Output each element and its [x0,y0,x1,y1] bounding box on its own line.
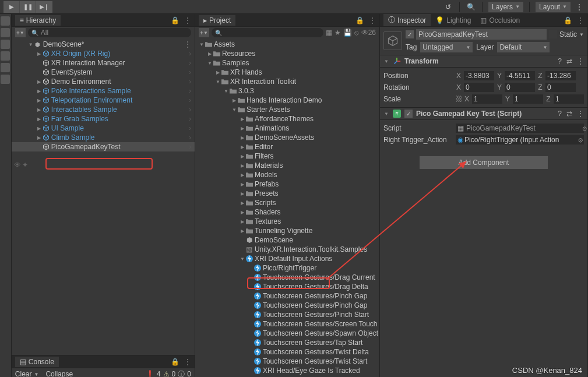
hierarchy-item[interactable]: ▶Demo Environment› [12,77,195,86]
fold-icon[interactable]: ▶ [36,107,42,112]
component-menu-icon[interactable]: ⋮ [577,57,584,65]
project-item[interactable]: ▼XRI Default Input Actions [195,254,379,263]
project-item[interactable]: ▶Animations [195,124,379,133]
static-dropdown[interactable]: ▼ [579,32,584,37]
project-item[interactable]: Touchscreen Gestures/Pinch Start [195,310,379,319]
visibility-toggle[interactable]: 👁✦ [14,161,28,169]
panel-menu-icon[interactable]: ⋮ [184,358,191,366]
fold-icon[interactable]: ▶ [240,182,245,187]
console-collapse[interactable]: Collapse [45,370,73,377]
warn-count[interactable]: ⚠0 [163,369,176,378]
project-item[interactable]: ▶Editor [195,142,379,151]
project-item[interactable]: ▶XR Hands [195,68,379,77]
project-item[interactable]: ▶Materials [195,161,379,170]
panel-menu-icon[interactable]: ⋮ [577,16,584,24]
panel-menu-icon[interactable]: ⋮ [369,16,376,24]
scene-menu-icon[interactable]: ⋮ [184,40,191,48]
fold-icon[interactable]: ▼ [199,42,205,47]
project-item[interactable]: Touchscreen Gestures/Twist Start [195,357,379,366]
rotation-z[interactable]: 0 [545,83,576,92]
fold-icon[interactable]: ▶ [240,219,245,224]
rotation-y[interactable]: 0 [505,83,535,92]
fold-icon[interactable]: ▶ [240,117,245,122]
hierarchy-item[interactable]: EventSystem› [12,68,195,77]
fold-icon[interactable]: ▶ [207,51,213,57]
tool-hand[interactable] [1,16,10,26]
scale-z[interactable]: 1 [554,94,584,104]
gameobject-name-field[interactable]: PicoGamepadKeyTest [416,29,547,40]
tool-move[interactable] [1,28,10,37]
scale-x[interactable]: 1 [472,94,502,104]
project-item[interactable]: XRI Head/Eye Gaze Is Tracked [195,366,379,375]
fold-icon[interactable]: ▶ [240,191,245,196]
project-item[interactable]: ▶Tunneling Vignette [195,226,379,235]
favorite-icon[interactable]: ★ [335,29,341,37]
hierarchy-item[interactable]: ▼⬢DemoScene*⋮ [12,40,195,49]
project-item[interactable]: ▶Textures [195,217,379,226]
fold-icon[interactable]: ▶ [36,126,42,131]
help-icon[interactable]: ? [558,110,562,118]
layout-dropdown[interactable]: Layout▼ [536,2,571,12]
hierarchy-item[interactable]: ▶Far Grab Samples› [12,114,195,124]
scale-link-icon[interactable]: ⛓ [456,95,462,103]
hierarchy-item[interactable]: XR Interaction Manager› [12,58,195,68]
project-item[interactable]: Touchscreen Gestures/Spawn Object [195,329,379,338]
fold-icon[interactable]: ▶ [240,145,245,150]
hierarchy-item[interactable]: ▶XR Origin (XR Rig)› [12,49,195,58]
fold-icon[interactable]: ▼ [223,89,229,94]
tool-rotate[interactable] [1,40,10,49]
add-component-button[interactable]: Add Component [420,156,548,169]
occlusion-tab[interactable]: ▥Occlusion [476,15,524,26]
component-enabled-checkbox[interactable]: ✓ [404,110,413,118]
lock-icon[interactable]: 🔒 [171,16,179,24]
project-item[interactable]: ▶Filters [195,151,379,161]
project-item[interactable]: ▧Unity.XR.Interaction.Toolkit.Samples [195,245,379,254]
fold-icon[interactable]: ▶ [36,89,42,94]
filter-icon[interactable]: ▦ [326,29,332,37]
project-item[interactable]: ▼Assets [195,40,379,49]
project-item[interactable]: ▶AffordanceThemes [195,114,379,124]
preset-icon[interactable]: ⇄ [566,57,572,65]
fold-icon[interactable]: ▶ [36,98,42,103]
project-item[interactable]: ▶Resources [195,49,379,58]
undo-history-icon[interactable]: ↺ [443,2,453,12]
lock-icon[interactable]: 🔒 [564,16,572,24]
project-item[interactable]: ▼3.0.3 [195,86,379,96]
hierarchy-item[interactable]: ▶Teleportation Environment› [12,96,195,105]
rotation-x[interactable]: 0 [464,83,494,92]
project-item[interactable]: Touchscreen Gestures/Pinch Gap [195,291,379,301]
project-item[interactable]: ▶Shaders [195,207,379,217]
tool-scale[interactable] [1,51,10,61]
hierarchy-search[interactable]: 🔍All [28,28,191,37]
project-item[interactable]: ▼XR Interaction Toolkit [195,77,379,86]
project-item[interactable]: ▶Hands Interaction Demo [195,96,379,105]
info-count[interactable]: ⓘ0 [178,369,191,378]
transform-header[interactable]: ▼ Transform ? ⇄ ⋮ [380,55,587,68]
fold-icon[interactable]: ▼ [240,256,245,262]
script-component-header[interactable]: ▼ # ✓ Pico Gamepad Key Test (Script) ? ⇄… [380,107,587,120]
fold-icon[interactable]: ▶ [240,163,245,168]
fold-icon[interactable]: ▶ [240,135,245,140]
layer-dropdown[interactable]: Default▼ [497,42,550,52]
layers-dropdown[interactable]: Layers▼ [488,2,523,12]
fold-icon[interactable]: ▼ [207,61,213,66]
project-item[interactable]: ▶Models [195,170,379,179]
fold-icon[interactable]: ▼ [28,42,34,47]
project-item[interactable]: Touchscreen Gestures/Tap Start [195,338,379,347]
fold-icon[interactable]: ▼ [215,79,221,84]
lock-icon[interactable]: 🔒 [171,358,179,366]
preset-icon[interactable]: ⇄ [566,110,572,118]
fold-icon[interactable]: ▶ [231,98,237,103]
project-item[interactable]: Touchscreen Gestures/Drag Delta [195,282,379,291]
project-item[interactable]: ▶DemoSceneAssets [195,133,379,142]
play-button[interactable]: ▶ [3,1,20,13]
hierarchy-tab[interactable]: ≡ Hierarchy [15,15,61,26]
fold-icon[interactable]: ▶ [240,126,245,131]
lock-icon[interactable]: 🔒 [355,16,364,24]
position-x[interactable]: -3.8803 [464,71,494,80]
right-trigger-action-field[interactable]: ◉Pico/RightTrigger (Input Action⊙ [456,135,584,145]
hierarchy-item[interactable]: ▶Interactables Sample› [12,105,195,114]
hierarchy-item[interactable]: ▶UI Sample› [12,124,195,133]
panel-menu-icon[interactable]: ⋮ [184,16,191,24]
project-item[interactable]: ⬢DemoScene [195,235,379,245]
